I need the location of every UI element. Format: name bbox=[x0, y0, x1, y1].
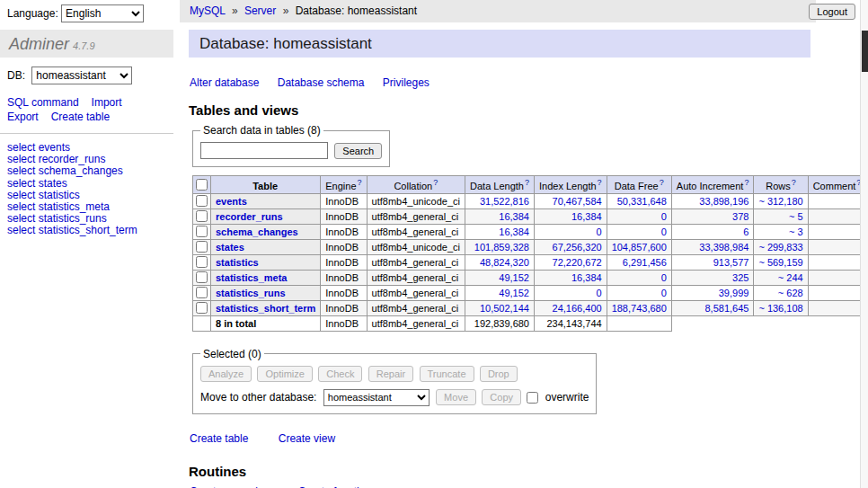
breadcrumb-server-link[interactable]: Server bbox=[244, 4, 276, 17]
data-free-link[interactable]: 0 bbox=[661, 272, 667, 283]
create-function-link[interactable]: Create function bbox=[298, 485, 371, 488]
move-db-select[interactable]: homeassistant bbox=[323, 389, 430, 406]
row-checkbox[interactable] bbox=[196, 256, 208, 268]
logout-button[interactable]: Logout bbox=[809, 4, 855, 20]
rows-count-link[interactable]: ~ 569,159 bbox=[758, 257, 802, 268]
data-length-link[interactable]: 16,384 bbox=[499, 211, 529, 222]
sidebar-link-create-table[interactable]: Create table bbox=[51, 111, 110, 123]
table-name-link[interactable]: statistics_runs bbox=[216, 288, 286, 298]
data-free-link[interactable]: 104,857,600 bbox=[612, 242, 667, 253]
sidebar-item-select-states[interactable]: select states bbox=[7, 178, 166, 190]
rows-count-link[interactable]: ~ 244 bbox=[778, 272, 803, 283]
rows-count-link[interactable]: ~ 3 bbox=[789, 226, 803, 237]
drop-button[interactable]: Drop bbox=[480, 366, 518, 382]
col-header-table[interactable]: Table bbox=[211, 176, 321, 194]
index-length-link[interactable]: 70,467,584 bbox=[553, 196, 602, 207]
auto-increment-link[interactable]: 378 bbox=[732, 211, 748, 222]
table-name-link[interactable]: statistics bbox=[216, 257, 259, 268]
analyze-button[interactable]: Analyze bbox=[200, 366, 252, 382]
auto-increment-link[interactable]: 33,398,984 bbox=[699, 242, 748, 253]
create-view-link[interactable]: Create view bbox=[279, 432, 335, 445]
table-name-link[interactable]: statistics_meta bbox=[216, 272, 288, 283]
data-free-link[interactable]: 0 bbox=[661, 288, 667, 298]
overwrite-label[interactable]: overwrite bbox=[545, 391, 589, 404]
create-procedure-link[interactable]: Create procedure bbox=[190, 485, 273, 488]
search-input[interactable] bbox=[200, 142, 328, 159]
sidebar-item-select-statistics-short-term[interactable]: select statistics_short_term bbox=[7, 225, 166, 236]
select-all-checkbox[interactable] bbox=[196, 179, 208, 191]
row-checkbox[interactable] bbox=[196, 210, 208, 222]
breadcrumb-mysql-link[interactable]: MySQL bbox=[190, 4, 226, 17]
move-button[interactable]: Move bbox=[436, 389, 476, 405]
auto-increment-link[interactable]: 913,577 bbox=[713, 257, 749, 268]
truncate-button[interactable]: Truncate bbox=[420, 366, 474, 382]
alter-database-link[interactable]: Alter database bbox=[190, 76, 259, 89]
index-length-link[interactable]: 16,384 bbox=[571, 211, 602, 222]
rows-count-link[interactable]: ~ 312,180 bbox=[758, 196, 802, 207]
index-length-link[interactable]: 72,220,672 bbox=[553, 257, 602, 268]
data-length-link[interactable]: 101,859,328 bbox=[474, 242, 529, 253]
check-button[interactable]: Check bbox=[318, 366, 362, 382]
data-free-link[interactable]: 0 bbox=[661, 226, 667, 237]
table-name-link[interactable]: schema_changes bbox=[216, 226, 298, 237]
data-length-link[interactable]: 31,522,816 bbox=[480, 196, 529, 207]
rows-count-link[interactable]: ~ 136,108 bbox=[758, 303, 802, 314]
col-header-data-length[interactable]: Data Length? bbox=[465, 176, 535, 194]
rows-count-link[interactable]: ~ 299,833 bbox=[758, 242, 802, 253]
search-button[interactable]: Search bbox=[334, 143, 382, 159]
table-name-link[interactable]: events bbox=[216, 196, 247, 207]
sidebar-link-import[interactable]: Import bbox=[92, 96, 122, 109]
index-length-link[interactable]: 16,384 bbox=[571, 272, 602, 283]
col-header-auto-increment[interactable]: Auto Increment? bbox=[671, 176, 754, 194]
data-length-link[interactable]: 48,824,320 bbox=[480, 257, 529, 268]
index-length-link[interactable]: 67,256,320 bbox=[553, 242, 602, 253]
row-checkbox[interactable] bbox=[196, 226, 208, 237]
copy-button[interactable]: Copy bbox=[482, 389, 521, 405]
col-header-collation[interactable]: Collation? bbox=[367, 176, 465, 194]
auto-increment-link[interactable]: 325 bbox=[732, 272, 748, 283]
table-name-link[interactable]: statistics_short_term bbox=[216, 303, 315, 314]
index-length-link[interactable]: 0 bbox=[597, 288, 602, 298]
auto-increment-link[interactable]: 6 bbox=[743, 226, 748, 237]
optimize-button[interactable]: Optimize bbox=[257, 366, 312, 382]
sidebar-item-select-schema-changes[interactable]: select schema_changes bbox=[7, 165, 166, 177]
rows-count-link[interactable]: ~ 628 bbox=[778, 288, 803, 298]
repair-button[interactable]: Repair bbox=[368, 366, 413, 382]
row-checkbox[interactable] bbox=[196, 241, 208, 253]
sidebar-link-export[interactable]: Export bbox=[7, 111, 39, 123]
row-checkbox[interactable] bbox=[196, 271, 208, 283]
sidebar-link-sql-command[interactable]: SQL command bbox=[7, 96, 79, 109]
auto-increment-link[interactable]: 8,581,645 bbox=[704, 303, 748, 314]
vertical-scrollbar[interactable] bbox=[860, 0, 868, 488]
col-header-index-length[interactable]: Index Length? bbox=[534, 176, 607, 194]
table-name-link[interactable]: recorder_runs bbox=[216, 211, 283, 222]
auto-increment-link[interactable]: 33,898,196 bbox=[699, 196, 748, 207]
data-free-link[interactable]: 50,331,648 bbox=[617, 196, 667, 207]
col-header-engine[interactable]: Engine? bbox=[321, 176, 367, 194]
row-checkbox[interactable] bbox=[196, 195, 208, 207]
language-select[interactable]: English bbox=[61, 4, 144, 22]
create-table-link[interactable]: Create table bbox=[190, 432, 248, 445]
index-length-link[interactable]: 24,166,400 bbox=[553, 303, 602, 314]
col-header-comment[interactable]: Comment? bbox=[808, 176, 866, 194]
table-name-link[interactable]: states bbox=[216, 242, 244, 253]
col-header-rows[interactable]: Rows? bbox=[754, 176, 808, 194]
col-header-data-free[interactable]: Data Free? bbox=[607, 176, 671, 194]
data-length-link[interactable]: 49,152 bbox=[499, 272, 529, 283]
auto-increment-link[interactable]: 39,999 bbox=[719, 288, 749, 298]
database-schema-link[interactable]: Database schema bbox=[278, 76, 365, 89]
data-length-link[interactable]: 49,152 bbox=[499, 288, 529, 298]
index-length-link[interactable]: 0 bbox=[597, 226, 602, 237]
privileges-link[interactable]: Privileges bbox=[383, 76, 430, 89]
row-checkbox[interactable] bbox=[196, 302, 208, 314]
db-select[interactable]: homeassistant bbox=[31, 67, 132, 84]
row-checkbox[interactable] bbox=[196, 287, 208, 298]
scrollbar-thumb[interactable] bbox=[862, 31, 868, 72]
data-length-link[interactable]: 10,502,144 bbox=[480, 303, 529, 314]
data-free-link[interactable]: 188,743,680 bbox=[612, 303, 667, 314]
overwrite-checkbox[interactable] bbox=[527, 392, 538, 404]
rows-count-link[interactable]: ~ 5 bbox=[789, 211, 803, 222]
data-length-link[interactable]: 16,384 bbox=[499, 226, 529, 237]
data-free-link[interactable]: 0 bbox=[661, 211, 667, 222]
data-free-link[interactable]: 6,291,456 bbox=[623, 257, 667, 268]
